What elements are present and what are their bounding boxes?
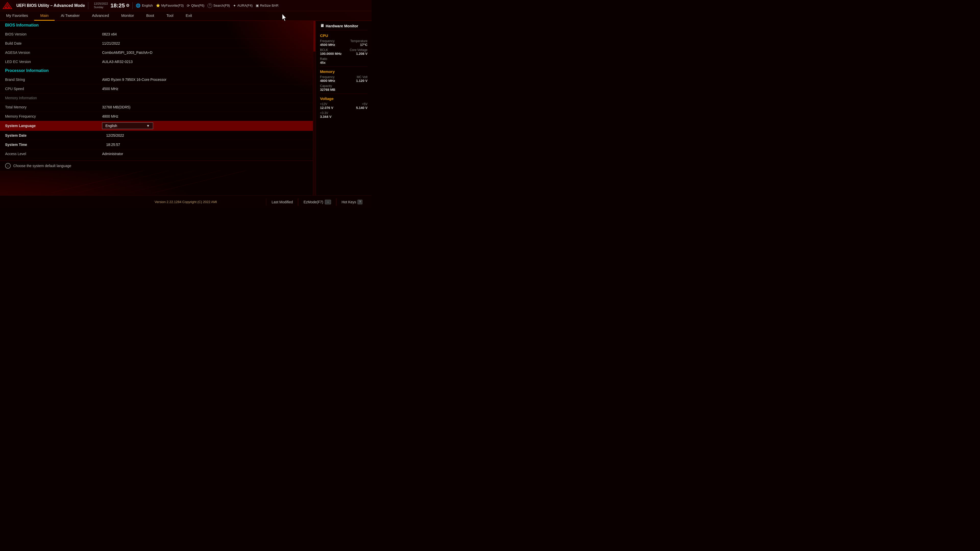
aura-icon: ✦ bbox=[233, 3, 236, 8]
last-modified-button[interactable]: Last Modified bbox=[266, 198, 298, 206]
bios-version-value: 0823 x64 bbox=[102, 32, 308, 36]
hw-cpu-temp-value: 17°C bbox=[350, 43, 368, 47]
ezmode-key-icon: → bbox=[325, 200, 331, 204]
build-date-value: 11/21/2022 bbox=[102, 41, 308, 45]
brand-string-row: Brand String AMD Ryzen 9 7950X 16-Core P… bbox=[0, 75, 313, 84]
system-date-row[interactable]: System Date 12/25/2022 bbox=[0, 131, 313, 140]
rog-logo-area bbox=[3, 2, 12, 9]
hw-core-voltage-label: Core Voltage bbox=[350, 48, 368, 52]
nav-tool[interactable]: Tool bbox=[160, 11, 180, 21]
nav-bar: My Favorites Main Ai Tweaker Advanced Mo… bbox=[0, 11, 372, 21]
bios-section-header: BIOS Information bbox=[0, 21, 313, 30]
hw-mem-capacity-area: Capacity 32768 MB bbox=[320, 84, 368, 92]
system-language-label: System Language bbox=[5, 124, 102, 128]
led-ec-version-label: LED EC Version bbox=[5, 60, 102, 64]
system-language-value[interactable]: English ▼ bbox=[102, 122, 308, 129]
hw-mem-freq-row: Frequency 4800 MHz MC Volt 1.120 V bbox=[320, 75, 368, 83]
datetime-display: 12/25/2022 Sunday bbox=[94, 2, 108, 9]
scrollbar-thumb[interactable] bbox=[313, 21, 315, 52]
hw-memory-title: Memory bbox=[320, 69, 368, 74]
agesa-version-row: AGESA Version ComboAM5PI_1003_PatchA+D bbox=[0, 48, 313, 57]
hw-cpu-ratio-area: Ratio 45x bbox=[320, 57, 368, 65]
time-display: 18:25 ⚙ bbox=[110, 2, 129, 9]
hw-bclk-value: 100.0000 MHz bbox=[320, 52, 342, 56]
bios-version-label: BIOS Version bbox=[5, 32, 102, 36]
favorite-icon: ⭐ bbox=[156, 3, 160, 7]
cpu-speed-row: CPU Speed 4500 MHz bbox=[0, 84, 313, 94]
nav-monitor[interactable]: Monitor bbox=[115, 11, 140, 21]
hw-ratio-value: 45x bbox=[320, 61, 368, 65]
settings-icon[interactable]: ⚙ bbox=[126, 3, 129, 8]
processor-section-header: Processor Information bbox=[0, 66, 313, 75]
version-text: Version 2.22.1284 Copyright (C) 2022 AMI bbox=[155, 200, 217, 204]
hw-voltage-title: Voltage bbox=[320, 97, 368, 101]
hw-ratio-label: Ratio bbox=[320, 57, 368, 61]
nav-exit[interactable]: Exit bbox=[180, 11, 198, 21]
hw-mc-volt-value: 1.120 V bbox=[356, 79, 368, 83]
system-time-row[interactable]: System Time 18:25:57 bbox=[0, 140, 313, 149]
chevron-down-icon: ▼ bbox=[146, 124, 150, 128]
language-dropdown[interactable]: English ▼ bbox=[102, 122, 153, 129]
led-ec-version-row: LED EC Version AULA3-AR32-0213 bbox=[0, 57, 313, 66]
resizebar-icon: ▣ bbox=[256, 3, 259, 7]
content-area: BIOS Information BIOS Version 0823 x64 B… bbox=[0, 21, 313, 195]
svg-point-3 bbox=[7, 6, 8, 7]
toolbar-resizebar[interactable]: ▣ ReSize BAR bbox=[256, 3, 278, 7]
fan-icon: ⟳ bbox=[187, 3, 190, 8]
nav-ai-tweaker[interactable]: Ai Tweaker bbox=[55, 11, 86, 21]
ezmode-button[interactable]: EzMode(F7) → bbox=[298, 198, 336, 206]
hw-cpu-freq-label: Frequency bbox=[320, 39, 335, 43]
nav-main[interactable]: Main bbox=[34, 11, 55, 21]
hw-divider-1 bbox=[320, 67, 368, 67]
toolbar-myfavorite[interactable]: ⭐ MyFavorite(F3) bbox=[156, 3, 184, 7]
day-display: Sunday bbox=[94, 6, 103, 9]
system-date-label: System Date bbox=[5, 133, 102, 138]
hw-cpu-freq-value: 4500 MHz bbox=[320, 43, 335, 47]
hw-mc-volt-label: MC Volt bbox=[356, 75, 368, 79]
cpu-speed-value: 4500 MHz bbox=[102, 87, 308, 91]
toolbar-english[interactable]: 🌐 English bbox=[136, 3, 153, 8]
hw-cpu-bclk-row: BCLK 100.0000 MHz Core Voltage 1.208 V bbox=[320, 48, 368, 56]
led-ec-version-value: AULA3-AR32-0213 bbox=[102, 60, 308, 64]
memory-freq-row: Memory Frequency 4800 MHz bbox=[0, 112, 313, 121]
hw-monitor-title: 🖥 Hardware Monitor bbox=[320, 24, 368, 30]
toolbar-aura[interactable]: ✦ AURA(F4) bbox=[233, 3, 253, 8]
access-level-value: Administrator bbox=[102, 152, 308, 156]
toolbar-qfan[interactable]: ⟳ Qfan(F6) bbox=[187, 3, 204, 8]
agesa-version-label: AGESA Version bbox=[5, 51, 102, 55]
build-date-row: Build Date 11/21/2022 bbox=[0, 39, 313, 48]
access-level-label: Access Level bbox=[5, 152, 102, 156]
hw-v33-value: 3.344 V bbox=[320, 115, 368, 119]
system-time-value: 18:25:57 bbox=[102, 143, 308, 147]
hw-bclk-label: BCLK bbox=[320, 48, 342, 52]
top-bar: UEFI BIOS Utility – Advanced Mode 12/25/… bbox=[0, 0, 372, 11]
nav-boot[interactable]: Boot bbox=[140, 11, 160, 21]
hw-v12-label: +12V bbox=[320, 102, 333, 106]
hw-v12-value: 12.076 V bbox=[320, 106, 333, 110]
hw-cpu-temp-label: Temperature bbox=[350, 39, 368, 43]
cpu-speed-label: CPU Speed bbox=[5, 87, 102, 91]
total-memory-row: Total Memory 32768 MB(DDR5) bbox=[0, 103, 313, 112]
nav-advanced[interactable]: Advanced bbox=[86, 11, 115, 21]
hot-keys-button[interactable]: Hot Keys ? bbox=[336, 198, 368, 206]
main-layout: BIOS Information BIOS Version 0823 x64 B… bbox=[0, 21, 372, 195]
system-language-row[interactable]: System Language English ▼ bbox=[0, 121, 313, 131]
hw-mem-freq-label: Frequency bbox=[320, 75, 335, 79]
agesa-version-value: ComboAM5PI_1003_PatchA+D bbox=[102, 51, 308, 55]
hw-monitor-panel: 🖥 Hardware Monitor CPU Frequency 4500 MH… bbox=[315, 21, 372, 195]
memory-freq-label: Memory Frequency bbox=[5, 114, 102, 118]
brand-string-label: Brand String bbox=[5, 78, 102, 82]
access-level-row: Access Level Administrator bbox=[0, 149, 313, 159]
hw-v33-label: +3.3V bbox=[320, 111, 368, 115]
window-title: UEFI BIOS Utility – Advanced Mode bbox=[16, 3, 85, 8]
rog-logo-icon bbox=[3, 2, 12, 9]
toolbar-search[interactable]: ? Search(F9) bbox=[207, 3, 230, 8]
nav-my-favorites[interactable]: My Favorites bbox=[0, 11, 34, 21]
scrollbar-track[interactable] bbox=[313, 21, 315, 195]
search-icon: ? bbox=[207, 3, 212, 8]
date-display: 12/25/2022 bbox=[94, 2, 108, 5]
hw-voltage-12v-row: +12V 12.076 V +5V 5.140 V bbox=[320, 102, 368, 110]
hw-capacity-label: Capacity bbox=[320, 84, 368, 88]
monitor-icon: 🖥 bbox=[320, 24, 324, 28]
hw-v5-label: +5V bbox=[356, 102, 368, 106]
